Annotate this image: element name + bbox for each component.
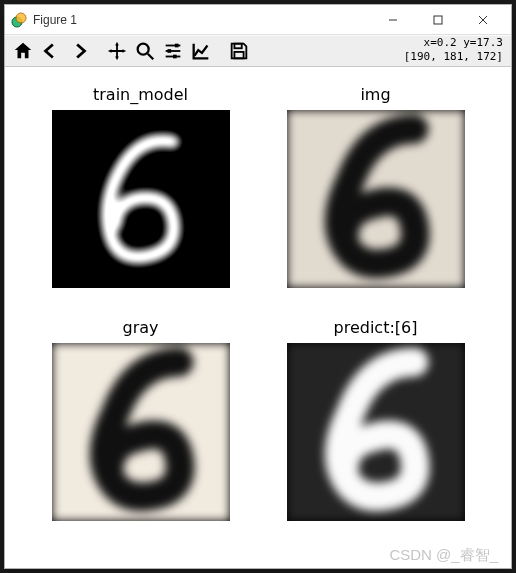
titlebar[interactable]: Figure 1 [5, 5, 511, 35]
subplot-title: img [360, 85, 390, 104]
subplot-image [52, 110, 230, 288]
subplot-image [287, 343, 465, 521]
svg-point-1 [16, 13, 26, 23]
svg-point-6 [138, 44, 149, 55]
mpl-toolbar: x=0.2 y=17.3 [190, 181, 172] [5, 35, 511, 67]
subplot-title: train_model [93, 85, 188, 104]
subplot-gray: gray [33, 318, 248, 539]
svg-line-7 [148, 54, 154, 60]
subplot-title: gray [122, 318, 158, 337]
coords-rgb: [190, 181, 172] [404, 50, 503, 63]
svg-rect-3 [434, 16, 442, 24]
axes-icon[interactable] [187, 37, 215, 65]
maximize-button[interactable] [415, 5, 460, 35]
subplot-image [52, 343, 230, 521]
home-icon[interactable] [9, 37, 37, 65]
app-icon [11, 12, 27, 28]
pan-icon[interactable] [103, 37, 131, 65]
close-button[interactable] [460, 5, 505, 35]
forward-icon[interactable] [65, 37, 93, 65]
back-icon[interactable] [37, 37, 65, 65]
cursor-coords: x=0.2 y=17.3 [190, 181, 172] [404, 36, 503, 64]
configure-icon[interactable] [159, 37, 187, 65]
subplot-train-model: train_model [33, 85, 248, 306]
svg-rect-13 [173, 55, 177, 59]
zoom-icon[interactable] [131, 37, 159, 65]
subplot-predict: predict:[6] [268, 318, 483, 539]
subplot-img: img [268, 85, 483, 306]
minimize-button[interactable] [370, 5, 415, 35]
subplot-image [287, 110, 465, 288]
svg-rect-15 [234, 52, 243, 58]
svg-rect-14 [234, 44, 241, 49]
figure-window: Figure 1 [4, 4, 512, 569]
coords-xy: x=0.2 y=17.3 [424, 36, 503, 49]
save-icon[interactable] [225, 37, 253, 65]
subplot-title: predict:[6] [334, 318, 418, 337]
window-title: Figure 1 [33, 13, 370, 27]
svg-rect-9 [175, 44, 179, 48]
svg-rect-11 [168, 49, 172, 53]
figure-canvas[interactable]: train_model img gra [5, 67, 511, 568]
